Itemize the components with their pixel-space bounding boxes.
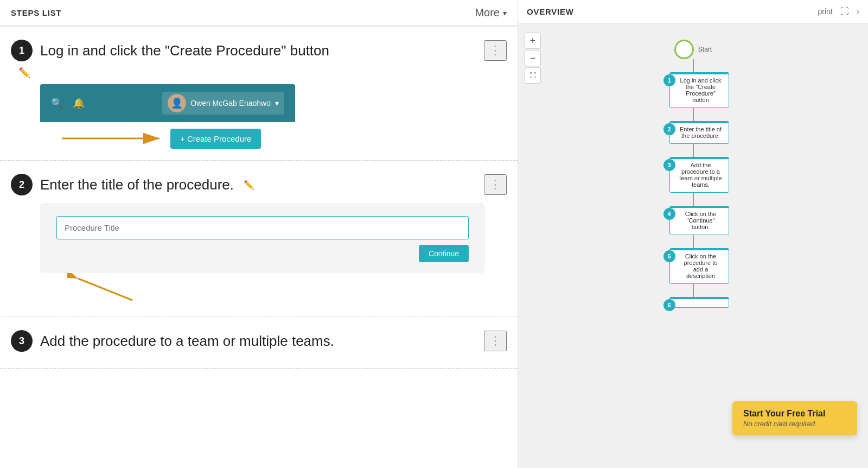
step-3-item: 3 Add the procedure to a team or multipl… — [0, 317, 518, 369]
free-trial-banner[interactable]: Start Your Free Trial No credit card req… — [732, 401, 857, 435]
search-icon: 🔍 — [51, 97, 63, 109]
step-2-header: 2 Enter the title of the procedure. ✏️ ⋮ — [11, 174, 507, 195]
flow-step-1-box: Log in and click the "Create Procedure" … — [669, 72, 729, 108]
flow-step-5-box: Click on the procedure to add a descript… — [669, 248, 729, 284]
step-3-menu-icon[interactable]: ⋮ — [484, 331, 507, 351]
flow-step-6-num: 6 — [663, 299, 675, 311]
step-1-screenshot: 🔍 🔔 👤 Owen McGab Enaohwo ▾ — [40, 84, 507, 149]
dropdown-icon: ▾ — [275, 99, 279, 107]
arrow-svg-2 — [67, 273, 154, 306]
continue-button[interactable]: Continue — [419, 245, 469, 262]
flow-step-6-wrapper: 6 — [658, 297, 729, 311]
arrow-svg-1 — [62, 128, 170, 149]
zoom-out-button[interactable]: − — [525, 50, 541, 66]
start-label: Start — [698, 46, 712, 53]
start-circle — [674, 40, 694, 59]
user-pill: 👤 Owen McGab Enaohwo ▾ — [162, 92, 284, 115]
expand-icon[interactable]: ⛶ — [840, 7, 849, 16]
flow-step-6-box — [669, 297, 729, 308]
step-2-title: Enter the title of the procedure. — [40, 176, 234, 193]
flow-step-2-wrapper: 2 Enter the title of the procedure. — [658, 121, 729, 144]
overview-header: OVERVIEW print ⛶ › — [518, 0, 868, 23]
flow-arrow-0 — [693, 59, 694, 72]
step-1-title-row: 1 Log in and click the "Create Procedure… — [11, 40, 329, 61]
step-3-title-row: 3 Add the procedure to a team or multipl… — [11, 330, 334, 352]
flow-step-1-num: 1 — [663, 74, 675, 86]
flow-arrow-3 — [693, 193, 694, 206]
avatar: 👤 — [168, 94, 186, 112]
step-1-header: 1 Log in and click the "Create Procedure… — [11, 40, 507, 61]
create-procedure-button[interactable]: + Create Procedure — [170, 129, 261, 149]
arrow-container-1: + Create Procedure — [62, 128, 507, 149]
step-1-item: 1 Log in and click the "Create Procedure… — [0, 27, 518, 161]
next-arrow-icon[interactable]: › — [857, 7, 859, 16]
continue-row: Continue — [56, 245, 469, 262]
nav-bar-mock: 🔍 🔔 👤 Owen McGab Enaohwo ▾ — [40, 84, 295, 122]
svg-line-3 — [78, 279, 132, 300]
bell-icon: 🔔 — [73, 97, 85, 109]
flow-arrow-2 — [693, 144, 694, 157]
overview-actions: print ⛶ › — [818, 7, 859, 16]
left-panel: STEPS LIST More ▾ 1 Log in and click the… — [0, 0, 518, 468]
flow-start-node: Start — [674, 40, 712, 59]
flow-step-4-wrapper: 4 Click on the "Continue" button. — [658, 206, 729, 235]
flow-step-4-box: Click on the "Continue" button. — [669, 206, 729, 235]
print-button[interactable]: print — [818, 7, 832, 16]
flowchart: Start 1 Log in and click the "Create Pro… — [658, 40, 729, 457]
flow-step-1-wrapper: 1 Log in and click the "Create Procedure… — [658, 72, 729, 108]
steps-list-header: STEPS LIST More ▾ — [0, 0, 518, 27]
flow-arrow-5 — [693, 284, 694, 297]
step-2-title-row: 2 Enter the title of the procedure. ✏️ — [11, 174, 254, 195]
step-1-menu-icon[interactable]: ⋮ — [484, 40, 507, 61]
free-trial-subtitle: No credit card required — [743, 420, 846, 428]
step-2-menu-icon[interactable]: ⋮ — [484, 174, 507, 195]
step-2-content: Continue — [40, 203, 507, 306]
flow-step-5-wrapper: 5 Click on the procedure to add a descri… — [658, 248, 729, 284]
right-panel: OVERVIEW print ⛶ › + − ⛶ Start 1 Log in … — [518, 0, 868, 468]
step-2-edit-icon[interactable]: ✏️ — [244, 180, 254, 190]
steps-list-title: STEPS LIST — [11, 8, 61, 17]
chevron-down-icon: ▾ — [503, 9, 507, 17]
flow-step-3-num: 3 — [663, 159, 675, 171]
zoom-in-button[interactable]: + — [525, 33, 541, 49]
step-1-number: 1 — [11, 40, 33, 61]
step-3-header: 3 Add the procedure to a team or multipl… — [11, 330, 507, 352]
flow-step-2-num: 2 — [663, 123, 675, 135]
flow-step-4-num: 4 — [663, 208, 675, 220]
more-button[interactable]: More ▾ — [475, 7, 507, 19]
user-name: Owen McGab Enaohwo — [190, 99, 271, 107]
free-trial-title: Start Your Free Trial — [743, 409, 846, 419]
flow-step-2-box: Enter the title of the procedure. — [669, 121, 729, 144]
step-3-number: 3 — [11, 330, 33, 352]
step-1-edit-icon[interactable]: ✏️ — [18, 67, 30, 79]
step-3-title: Add the procedure to a team or multiple … — [40, 333, 334, 350]
zoom-controls: + − ⛶ — [525, 33, 541, 84]
step-2-number: 2 — [11, 174, 33, 195]
flow-arrow-4 — [693, 235, 694, 248]
flow-step-5-num: 5 — [663, 250, 675, 262]
step-2-item: 2 Enter the title of the procedure. ✏️ ⋮… — [0, 161, 518, 317]
procedure-title-input[interactable] — [56, 216, 469, 239]
flow-arrow-1 — [693, 108, 694, 121]
overview-title: OVERVIEW — [527, 7, 574, 16]
flow-step-3-wrapper: 3 Add the procedure to a team or multipl… — [658, 157, 729, 193]
flow-step-3-box: Add the procedure to a team or multiple … — [669, 157, 729, 193]
step-1-title: Log in and click the "Create Procedure" … — [40, 42, 329, 59]
procedure-form-mock: Continue — [40, 203, 485, 273]
zoom-fit-button[interactable]: ⛶ — [525, 67, 541, 84]
